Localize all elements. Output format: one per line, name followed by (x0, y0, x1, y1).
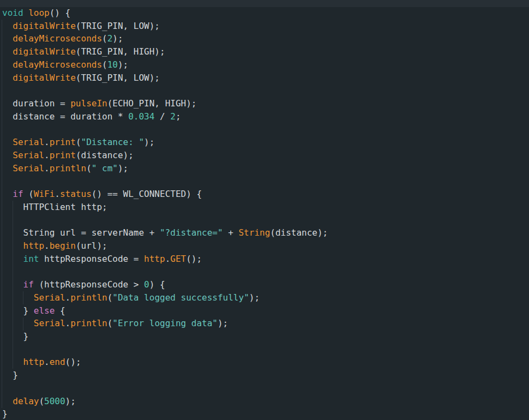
code-line (2, 382, 529, 395)
code-line (2, 175, 529, 188)
code-token: (distance); (76, 150, 134, 160)
code-token: Serial (34, 292, 65, 303)
code-token: 2 (107, 33, 113, 44)
code-token: duration = (2, 98, 70, 109)
code-token: ( (76, 137, 81, 147)
code-line: Serial.print("Distance: "); (2, 136, 529, 149)
code-token: ) { (149, 279, 165, 290)
code-token: (distance); (270, 227, 328, 238)
code-token (2, 21, 13, 31)
code-token (2, 163, 13, 173)
code-token: Serial (13, 150, 44, 160)
code-token: httpResponseCode = (39, 254, 144, 264)
code-token (2, 189, 13, 199)
code-token: } (2, 370, 18, 380)
code-token: digitalWrite (13, 21, 76, 31)
code-token: (TRIG_PIN, HIGH); (76, 46, 165, 57)
code-line: delayMicroseconds(2); (2, 32, 529, 45)
code-token (2, 292, 34, 303)
code-line: digitalWrite(TRIG_PIN, LOW); (2, 71, 529, 85)
code-line: http.begin(url); (2, 239, 529, 253)
code-token: println (70, 318, 107, 328)
code-token: ); (144, 137, 154, 147)
code-token: print (50, 150, 76, 160)
code-token: 0 (144, 279, 149, 290)
code-token (2, 137, 13, 147)
code-token: . (44, 163, 50, 173)
code-token: String url = serverName + (2, 227, 160, 238)
code-token: Serial (34, 318, 65, 328)
code-token: 2 (170, 111, 176, 122)
code-token: " cm" (92, 163, 118, 173)
code-token (2, 254, 23, 264)
code-token: else (34, 305, 55, 316)
code-line (2, 84, 529, 97)
code-token: (TRIG_PIN, LOW); (76, 21, 160, 31)
code-token (2, 357, 23, 367)
code-token: print (50, 137, 76, 147)
code-token: ); (249, 292, 260, 303)
code-token: ); (118, 59, 128, 70)
code-token: ); (112, 33, 123, 44)
code-token (23, 8, 29, 18)
code-token: 0.034 (128, 111, 154, 122)
code-token: int (23, 254, 39, 264)
code-token: } (2, 305, 34, 316)
code-token: end (50, 357, 65, 367)
code-token: (ECHO_PIN, HIGH); (107, 98, 197, 109)
code-token: Serial (13, 163, 44, 173)
code-editor[interactable]: void loop() { digitalWrite(TRIG_PIN, LOW… (0, 7, 529, 420)
code-line (2, 265, 529, 278)
code-token: ( (39, 396, 44, 406)
code-line: duration = pulseIn(ECHO_PIN, HIGH); (2, 97, 529, 110)
code-token: WiFi (34, 189, 55, 199)
code-line: distance = duration * 0.034 / 2; (2, 110, 529, 123)
code-line: HTTPClient http; (2, 201, 529, 214)
code-token: loop (28, 8, 50, 18)
code-token: . (55, 189, 60, 199)
code-token: ); (218, 318, 228, 328)
code-token: ); (118, 163, 128, 173)
code-token: . (44, 137, 50, 147)
code-token: delay (13, 396, 39, 406)
code-token (2, 318, 34, 328)
code-token: ); (65, 396, 76, 406)
code-token: . (65, 318, 71, 328)
code-line: Serial.print(distance); (2, 149, 529, 162)
code-token: ( (107, 318, 113, 328)
code-line: } (2, 407, 529, 420)
code-token: if (13, 189, 23, 199)
code-token: (); (65, 357, 81, 367)
code-line: if (WiFi.status() == WL_CONNECTED) { (2, 188, 529, 201)
code-token: println (50, 163, 86, 173)
code-line: delayMicroseconds(10); (2, 58, 529, 71)
code-token: . (165, 254, 171, 264)
code-token (2, 241, 23, 251)
code-token: ( (102, 33, 107, 44)
code-token: (); (186, 254, 202, 264)
code-token: "Distance: " (81, 137, 145, 147)
code-token: (TRIG_PIN, LOW); (76, 73, 160, 83)
code-token (2, 396, 13, 406)
code-token: { (55, 305, 65, 316)
code-token: if (23, 279, 34, 290)
code-token: pulseIn (70, 98, 107, 109)
code-line (2, 214, 529, 227)
code-token: void (2, 8, 23, 18)
code-token: http (23, 357, 45, 367)
code-line: delay(5000); (2, 395, 529, 408)
code-token: status (60, 189, 92, 199)
code-line: int httpResponseCode = http.GET(); (2, 253, 529, 266)
code-token: String (238, 227, 270, 238)
code-token: () == WL_CONNECTED) { (92, 189, 202, 199)
editor-window: void loop() { digitalWrite(TRIG_PIN, LOW… (0, 0, 529, 420)
code-token: (httpResponseCode > (34, 279, 144, 290)
code-token: . (44, 150, 50, 160)
code-token (2, 33, 13, 44)
code-line: } (2, 369, 529, 382)
code-token: "Error logging data" (112, 318, 218, 328)
code-token: ( (102, 59, 107, 70)
code-token: 10 (107, 59, 118, 70)
code-token: + (223, 227, 239, 238)
code-line: void loop() { (2, 7, 529, 20)
